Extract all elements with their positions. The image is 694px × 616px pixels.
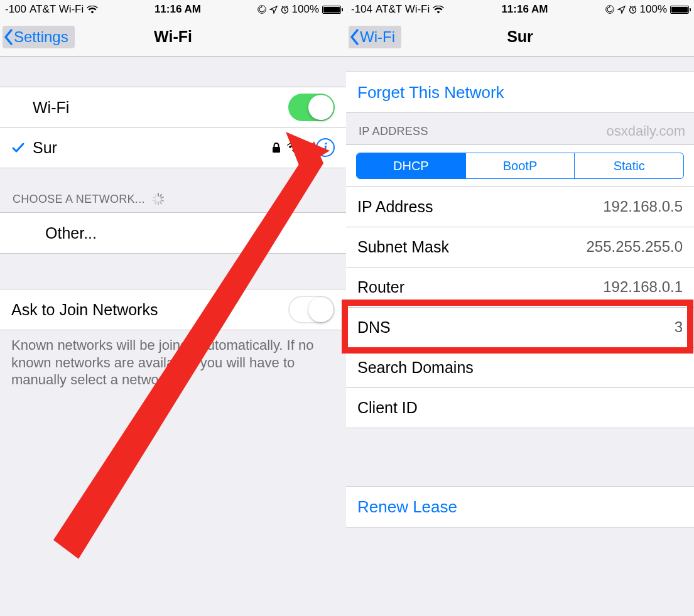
wifi-toggle[interactable] (288, 94, 335, 121)
status-bar: -100 AT&T Wi-Fi 11:16 AM 100% (0, 0, 346, 18)
ip-config-segmented: DHCP BootP Static (356, 153, 684, 179)
clock: 11:16 AM (98, 3, 257, 16)
battery-percent: 100% (640, 3, 667, 16)
ip-address-row: IP Address 192.168.0.5 (346, 186, 694, 227)
signal-strength: -104 (351, 3, 372, 16)
router-value: 192.168.0.1 (603, 278, 683, 296)
svg-line-4 (160, 195, 161, 197)
dns-row[interactable]: DNS 3 (346, 307, 694, 347)
subnet-mask-value: 255.255.255.0 (587, 238, 683, 256)
search-domains-row[interactable]: Search Domains (346, 347, 694, 387)
battery-percent: 100% (292, 3, 319, 16)
connected-network-name: Sur (33, 139, 272, 157)
segment-static[interactable]: Static (574, 153, 683, 178)
network-details-screen: -104 AT&T Wi-Fi 11:16 AM 100% Wi-Fi Sur (346, 0, 694, 616)
svg-line-6 (161, 200, 163, 201)
dns-value: 3 (675, 318, 683, 336)
chevron-left-icon (4, 28, 14, 46)
spinner-icon (151, 192, 165, 206)
nav-bar: Wi-Fi Sur (346, 18, 694, 57)
svg-line-10 (153, 200, 156, 201)
signal-strength: -100 (5, 3, 26, 16)
ask-to-join-row: Ask to Join Networks (0, 289, 346, 330)
renew-lease-button[interactable]: Renew Lease (346, 487, 694, 527)
ask-to-join-toggle[interactable] (288, 296, 335, 323)
network-info-button[interactable]: i (316, 138, 335, 157)
svg-line-7 (160, 202, 161, 203)
chevron-left-icon (350, 28, 360, 46)
wifi-icon (287, 143, 301, 153)
subnet-mask-label: Subnet Mask (357, 238, 587, 256)
subnet-mask-row: Subnet Mask 255.255.255.0 (346, 227, 694, 267)
back-button[interactable]: Settings (3, 18, 75, 56)
client-id-row[interactable]: Client ID (346, 387, 694, 428)
ip-address-label: IP Address (357, 198, 603, 216)
watermark-text: osxdaily.com (606, 123, 685, 139)
wifi-icon (433, 6, 444, 14)
svg-line-9 (155, 202, 156, 203)
svg-line-5 (161, 197, 163, 198)
alarm-icon (629, 6, 637, 14)
location-icon (269, 6, 278, 14)
battery-icon (670, 6, 689, 14)
nav-bar: Settings Wi-Fi (0, 18, 346, 57)
battery-icon (322, 6, 341, 14)
other-network-row[interactable]: Other... (0, 213, 346, 253)
clock: 11:16 AM (444, 3, 605, 16)
search-domains-label: Search Domains (357, 359, 683, 377)
rotation-lock-icon (258, 5, 266, 14)
wifi-toggle-label: Wi-Fi (11, 99, 288, 117)
carrier-name: AT&T Wi-Fi (30, 3, 84, 16)
segment-dhcp[interactable]: DHCP (357, 153, 465, 178)
svg-line-12 (155, 195, 156, 197)
location-icon (617, 6, 626, 14)
checkmark-icon (11, 141, 26, 154)
ip-address-value: 192.168.0.5 (603, 198, 683, 215)
alarm-icon (281, 6, 289, 14)
dns-label: DNS (357, 318, 675, 337)
wifi-toggle-row: Wi-Fi (0, 87, 346, 127)
ask-to-join-footer: Known networks will be joined automatica… (0, 330, 346, 389)
svg-line-11 (153, 197, 156, 198)
back-button[interactable]: Wi-Fi (349, 18, 401, 56)
status-bar: -104 AT&T Wi-Fi 11:16 AM 100% (346, 0, 694, 18)
rotation-lock-icon (605, 5, 614, 14)
router-row: Router 192.168.0.1 (346, 267, 694, 307)
connected-network-row[interactable]: Sur i (0, 127, 346, 168)
lock-icon (272, 142, 281, 153)
wifi-settings-screen: -100 AT&T Wi-Fi 11:16 AM 100% Settings W… (0, 0, 346, 616)
wifi-icon (87, 6, 98, 14)
forget-network-button[interactable]: Forget This Network (346, 72, 694, 112)
svg-rect-2 (273, 147, 280, 153)
other-network-label: Other... (11, 224, 335, 242)
choose-network-header: CHOOSE A NETWORK... (0, 192, 346, 212)
segment-bootp[interactable]: BootP (465, 153, 575, 178)
carrier-name: AT&T Wi-Fi (376, 3, 430, 16)
client-id-label: Client ID (357, 399, 683, 417)
router-label: Router (357, 278, 603, 296)
ask-to-join-label: Ask to Join Networks (11, 301, 288, 319)
